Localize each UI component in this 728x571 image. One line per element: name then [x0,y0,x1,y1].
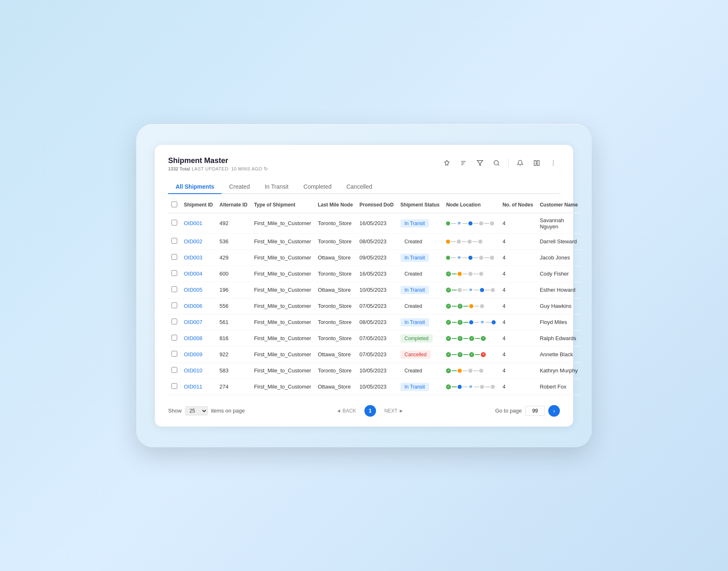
refresh-icon[interactable]: ↻ [264,166,268,172]
notification-icon-btn[interactable] [513,156,527,170]
last-mile-cell: Ottawa_Store [314,379,356,395]
col-status: Shipment Status [397,197,443,213]
svg-point-4 [494,161,499,165]
shipment-id-cell: OID007 [181,314,216,330]
svg-line-5 [498,164,499,166]
page-subtitle: 1332 Total LAST UPDATED: 10 MINS AGO ↻ [168,166,268,172]
row-checkbox-cell [168,330,181,346]
row-checkbox[interactable] [171,270,177,276]
goto-button[interactable]: › [548,405,560,417]
col-alt-id: Alternate ID [216,197,251,213]
type-cell: First_Mile_to_Customer [251,298,314,314]
main-card: Shipment Master 1332 Total LAST UPDATED:… [155,145,573,427]
col-customer: Customer Name [536,197,581,213]
row-checkbox[interactable] [171,383,177,389]
tab-cancelled[interactable]: Cancelled [339,180,379,194]
row-checkbox[interactable] [171,302,177,308]
table-row: OID009 922 First_Mile_to_Customer Ottawa… [168,346,581,362]
promised-dod-cell: 09/05/2023 [356,250,397,266]
shipment-id-link[interactable]: OID007 [184,319,202,325]
current-page[interactable]: 1 [364,405,376,417]
table-row: OID001 492 First_Mile_to_Customer Toront… [168,213,581,234]
num-nodes-cell: 4 [499,346,536,362]
pin-icon-btn[interactable] [440,156,453,170]
node-location-cell: ✓✓⟳ [443,314,499,330]
row-checkbox-cell [168,213,181,234]
status-cell: Created [397,362,443,379]
shipment-id-link[interactable]: OID010 [184,367,202,374]
col-last-mile: Last Mile Node [314,197,356,213]
last-mile-cell: Ottawa_Store [314,346,356,362]
status-cell: In Transit [397,314,443,330]
num-nodes-cell: 4 [499,379,536,395]
node-location-cell: ✓✓✓✕ [443,346,499,362]
shipment-id-link[interactable]: OID001 [184,220,202,226]
row-checkbox[interactable] [171,367,177,373]
tab-all-shipments[interactable]: All Shipments [168,180,222,194]
svg-marker-3 [477,161,482,166]
columns-icon-btn[interactable] [530,156,543,170]
last-mile-cell: Toronto_Store [314,298,356,314]
row-checkbox[interactable] [171,254,177,260]
row-checkbox[interactable] [171,319,177,324]
row-checkbox[interactable] [171,286,177,292]
table-row: OID011 274 First_Mile_to_Customer Ottawa… [168,379,581,395]
type-cell: First_Mile_to_Customer [251,314,314,330]
back-button[interactable]: ◄ BACK [333,406,359,415]
svg-point-8 [553,161,554,161]
shipment-id-cell: OID008 [181,330,216,346]
table-header-row: Shipment ID Alternate ID Type of Shipmen… [168,197,581,213]
shipment-id-link[interactable]: OID004 [184,271,202,277]
row-checkbox[interactable] [171,220,177,226]
row-checkbox[interactable] [171,238,177,244]
num-nodes-cell: 4 [499,362,536,379]
status-badge: Cancelled [400,350,431,359]
col-promised-dod: Promised DoD [356,197,397,213]
next-button[interactable]: NEXT ► [381,406,407,415]
row-checkbox[interactable] [171,351,177,357]
tab-completed[interactable]: Completed [296,180,339,194]
alt-id-cell: 561 [216,314,251,330]
select-all-checkbox[interactable] [171,202,177,207]
table-row: OID007 561 First_Mile_to_Customer Toront… [168,314,581,330]
customer-cell: Esther Howard [536,282,581,298]
row-checkbox[interactable] [171,335,177,341]
status-badge: Created [400,270,427,278]
title-block: Shipment Master 1332 Total LAST UPDATED:… [168,156,268,172]
shipment-id-link[interactable]: OID002 [184,238,202,245]
customer-cell: Darrell Steward [536,233,581,250]
num-nodes-cell: 4 [499,233,536,250]
shipment-id-link[interactable]: OID006 [184,303,202,309]
shipment-id-link[interactable]: OID005 [184,287,202,293]
filter-icon-btn[interactable] [473,156,487,170]
row-checkbox-cell [168,266,181,282]
node-location-cell: ✓ [443,362,499,379]
tab-in-transit[interactable]: In Transit [257,180,296,194]
total-count: 1332 Total [168,166,190,171]
node-location-cell [443,233,499,250]
tab-created[interactable]: Created [222,180,257,194]
status-cell: In Transit [397,213,443,234]
svg-point-10 [553,164,554,165]
select-all-header [168,197,181,213]
shipment-id-cell: OID001 [181,213,216,234]
more-icon-btn[interactable] [547,156,560,170]
goto-input[interactable] [525,406,545,416]
shipment-id-link[interactable]: OID009 [184,351,202,357]
tabs-bar: All Shipments Created In Transit Complet… [168,180,560,194]
last-mile-cell: Toronto_Store [314,314,356,330]
pagination-left: Show 25 50 100 items on page [168,406,245,415]
promised-dod-cell: 08/05/2023 [356,314,397,330]
sort-icon-btn[interactable] [457,156,470,170]
status-cell: In Transit [397,282,443,298]
shipment-id-link[interactable]: OID003 [184,254,202,261]
col-type: Type of Shipment [251,197,314,213]
col-shipment-id: Shipment ID [181,197,216,213]
table-row: OID004 600 First_Mile_to_Customer Toront… [168,266,581,282]
alt-id-cell: 600 [216,266,251,282]
shipment-id-link[interactable]: OID011 [184,384,202,390]
shipment-id-link[interactable]: OID008 [184,335,202,341]
alt-id-cell: 816 [216,330,251,346]
page-size-select[interactable]: 25 50 100 [185,406,208,415]
search-icon-btn[interactable] [490,156,503,170]
